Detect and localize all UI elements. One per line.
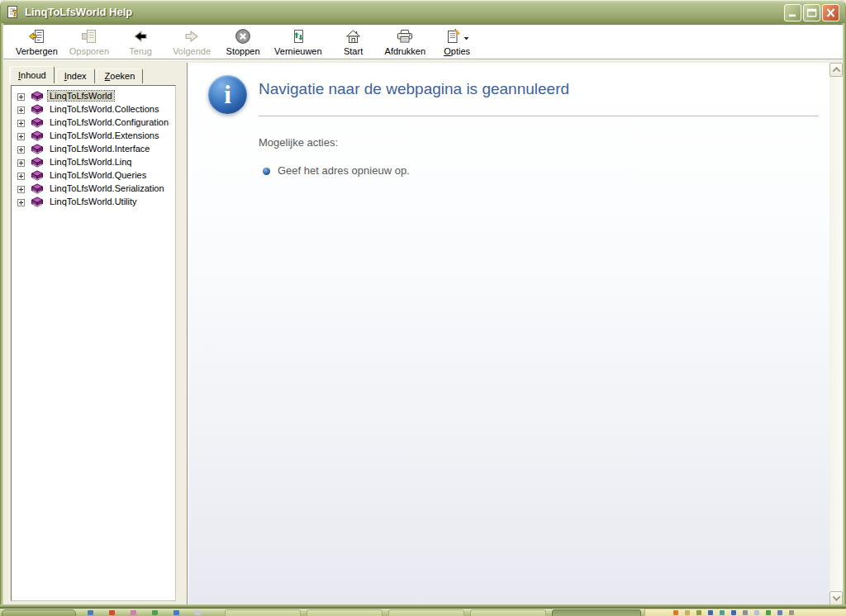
tree-item[interactable]: LinqToLfsWorld.Interface — [12, 142, 175, 155]
toolbar-button-terug: Terug — [115, 27, 166, 56]
tray-icon[interactable] — [673, 610, 678, 615]
toolbar-button-afdrukken[interactable]: Afdrukken — [379, 27, 432, 56]
plus-box-icon[interactable] — [17, 198, 25, 206]
tree-item[interactable]: LinqToLfsWorld.Configuration — [12, 116, 175, 129]
tab-index[interactable]: Index — [56, 69, 95, 83]
tree-item-label[interactable]: LinqToLfsWorld.Interface — [48, 144, 151, 154]
closed-book-icon — [31, 117, 44, 128]
tree-item[interactable]: LinqToLfsWorld.Extensions — [12, 129, 175, 142]
tree-item[interactable]: LinqToLfsWorld.Queries — [12, 168, 175, 182]
scroll-down-button[interactable] — [829, 591, 843, 605]
locate-icon — [80, 28, 97, 46]
tree-item-label[interactable]: LinqToLfsWorld.Utility — [48, 197, 139, 206]
tree-item-label[interactable]: LinqToLfsWorld.Extensions — [48, 130, 160, 140]
tray-icon[interactable] — [685, 610, 690, 615]
plus-box-icon[interactable] — [17, 106, 25, 113]
toolbar-button-opties[interactable]: Opties — [431, 27, 482, 56]
quick-launch-icon[interactable] — [173, 610, 179, 615]
navigation-tabs: InhoudIndexZoeken — [10, 65, 145, 83]
tray-icon[interactable] — [766, 610, 771, 615]
toolbar-button-opsporen: Opsporen — [64, 27, 115, 56]
closed-book-icon — [31, 197, 44, 207]
quick-launch-icon[interactable] — [109, 610, 115, 615]
tree-item[interactable]: LinqToLfsWorld.Collections — [12, 102, 175, 116]
taskbar-window-button[interactable] — [470, 609, 546, 616]
toolbar-button-vernieuwen[interactable]: Vernieuwen — [269, 27, 328, 56]
toolbar-button-label: Verbergen — [16, 46, 58, 56]
tree-item[interactable]: LinqToLfsWorld — [12, 89, 175, 102]
tree-item-label[interactable]: LinqToLfsWorld.Queries — [48, 170, 148, 180]
plus-box-icon[interactable] — [17, 185, 25, 192]
tray-icon[interactable] — [789, 610, 794, 615]
tree-item-label[interactable]: LinqToLfsWorld — [48, 91, 114, 101]
plus-box-icon[interactable] — [17, 172, 25, 179]
maximize-button[interactable] — [803, 4, 820, 21]
content-pane: i Navigatie naar de webpagina is geannul… — [188, 63, 829, 605]
plus-box-icon[interactable] — [17, 145, 25, 153]
tab-inhoud[interactable]: Inhoud — [10, 66, 55, 83]
system-tray[interactable] — [644, 609, 846, 616]
plus-box-icon[interactable] — [17, 159, 25, 166]
pane-splitter[interactable] — [176, 63, 188, 605]
minimize-button[interactable] — [784, 4, 801, 21]
possible-actions-label: Mogelijke acties: — [259, 136, 338, 149]
toolbar-button-volgende: Volgende — [166, 27, 217, 56]
refresh-icon — [290, 28, 307, 46]
chevron-up-icon — [832, 67, 840, 75]
tree-item[interactable]: LinqToLfsWorld.Serialization — [12, 182, 175, 195]
tree-item-label[interactable]: LinqToLfsWorld.Collections — [48, 104, 160, 114]
titlebar[interactable]: ? LinqToLfsWorld Help — [0, 0, 846, 25]
tray-icon[interactable] — [696, 610, 701, 615]
tree-item-label[interactable]: LinqToLfsWorld.Configuration — [48, 117, 170, 127]
minimize-icon — [787, 6, 798, 21]
quick-launch-icon[interactable] — [88, 610, 93, 615]
tab-zoeken[interactable]: Zoeken — [97, 69, 144, 83]
contents-tree[interactable]: LinqToLfsWorldLinqToLfsWorld.Collections… — [11, 85, 176, 601]
options-icon — [445, 28, 462, 46]
taskbar-window-button[interactable] — [388, 609, 464, 616]
actions-list: Geef het adres opnieuw op. — [263, 164, 410, 183]
quick-launch-icon[interactable] — [195, 610, 201, 615]
toolbar-button-start[interactable]: Start — [328, 27, 379, 56]
tray-icon[interactable] — [731, 610, 736, 615]
taskbar[interactable] — [0, 609, 846, 616]
tree-item-label[interactable]: LinqToLfsWorld.Linq — [48, 157, 133, 167]
start-button[interactable] — [2, 609, 76, 616]
quick-launch-icon[interactable] — [152, 610, 158, 615]
home-icon — [345, 28, 362, 46]
divider — [259, 116, 819, 116]
plus-box-icon[interactable] — [17, 92, 25, 100]
tray-icon[interactable] — [777, 610, 782, 615]
svg-text:?: ? — [12, 7, 18, 19]
close-icon — [825, 6, 836, 21]
tray-icon[interactable] — [720, 610, 725, 615]
toolbar-button-label: Opties — [444, 46, 470, 56]
toolbar-button-verbergen[interactable]: Verbergen — [10, 27, 64, 56]
info-icon: i — [208, 75, 247, 114]
plus-box-icon[interactable] — [17, 132, 25, 140]
close-button[interactable] — [822, 4, 839, 21]
taskbar-window-button[interactable] — [552, 609, 641, 616]
toolbar-button-label: Opsporen — [69, 46, 109, 56]
toolbar-button-stoppen[interactable]: Stoppen — [217, 27, 269, 56]
tree-item[interactable]: LinqToLfsWorld.Utility — [12, 195, 175, 208]
tray-icon[interactable] — [754, 610, 759, 615]
closed-book-icon — [31, 130, 44, 141]
taskbar-window-button[interactable] — [225, 609, 301, 616]
scroll-up-button[interactable] — [829, 63, 843, 77]
tree-item[interactable]: LinqToLfsWorld.Linq — [12, 155, 175, 168]
toolbar-button-label: Vernieuwen — [274, 46, 322, 56]
quick-launch-icon[interactable] — [131, 610, 136, 615]
tray-icon[interactable] — [708, 610, 713, 615]
toolbar-button-label: Start — [344, 46, 363, 56]
toolbar: VerbergenOpsporenTerugVolgendeStoppenVer… — [3, 25, 843, 59]
window-border-right — [843, 23, 846, 609]
taskbar-window-button[interactable] — [307, 609, 383, 616]
window-title: LinqToLfsWorld Help — [25, 0, 132, 24]
tree-item-label[interactable]: LinqToLfsWorld.Serialization — [48, 183, 166, 193]
toolbar-button-label: Volgende — [173, 46, 211, 56]
hide-pane-icon — [28, 28, 45, 46]
content-scrollbar[interactable] — [829, 63, 843, 605]
plus-box-icon[interactable] — [17, 119, 25, 126]
tray-icon[interactable] — [743, 610, 748, 615]
